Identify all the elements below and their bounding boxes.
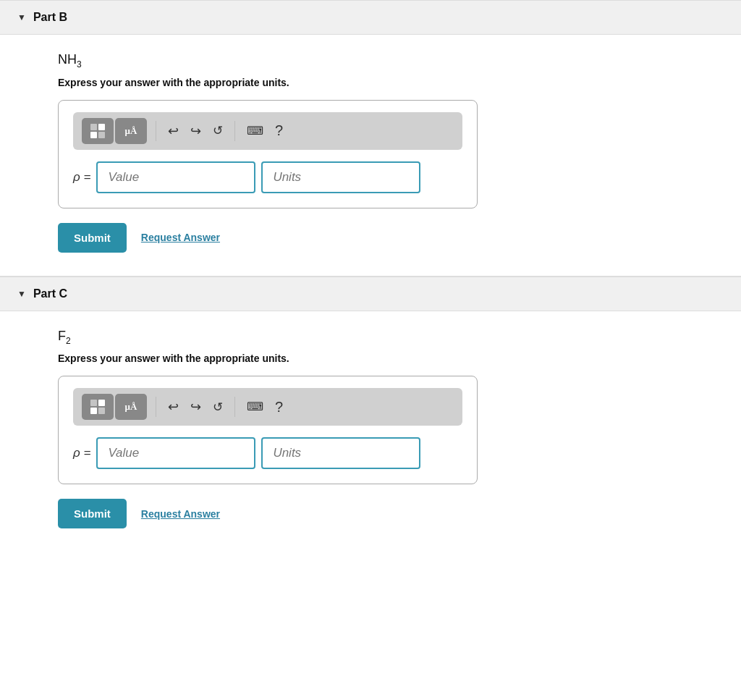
part-c-keyboard-button[interactable]: ⌨	[244, 400, 266, 414]
part-b-header: ▼ Part B	[0, 0, 741, 35]
part-b-reset-button[interactable]: ↺	[210, 123, 226, 138]
part-b-input-row: ρ =	[73, 161, 462, 193]
part-c-undo-button[interactable]: ↩	[165, 399, 182, 415]
part-b-content: NH3 Express your answer with the appropr…	[0, 35, 741, 276]
part-c-format-buttons: μÅ	[82, 394, 147, 420]
part-c-toolbar-sep2	[234, 397, 235, 417]
svg-rect-6	[90, 408, 97, 414]
part-b-toolbar-sep2	[234, 121, 235, 141]
part-c-section: ▼ Part C F2 Express your answer with the…	[0, 277, 741, 552]
part-b-answer-box: μÅ ↩ ↪ ↺ ⌨ ? ρ =	[58, 100, 478, 208]
part-c-label: Part C	[33, 287, 67, 300]
part-c-formula: F2	[58, 329, 683, 346]
part-c-instruction: Express your answer with the appropriate…	[58, 353, 683, 364]
svg-rect-0	[90, 124, 97, 130]
part-b-section: ▼ Part B NH3 Express your answer with th…	[0, 0, 741, 276]
part-c-header: ▼ Part C	[0, 277, 741, 311]
part-c-rho-label: ρ =	[73, 446, 90, 460]
part-b-label: Part B	[33, 11, 67, 24]
part-c-reset-button[interactable]: ↺	[210, 400, 226, 415]
part-c-value-input[interactable]	[96, 437, 255, 469]
part-c-redo-button[interactable]: ↪	[187, 399, 204, 415]
part-b-mu-button[interactable]: μÅ	[115, 118, 147, 144]
part-b-toolbar-sep1	[156, 121, 156, 141]
svg-rect-3	[98, 132, 105, 138]
part-b-redo-button[interactable]: ↪	[187, 123, 204, 139]
part-b-grid-button[interactable]	[82, 118, 114, 144]
part-c-input-row: ρ =	[73, 437, 462, 469]
part-c-toolbar: μÅ ↩ ↪ ↺ ⌨ ?	[73, 388, 462, 426]
svg-rect-5	[98, 400, 105, 406]
part-b-collapse-arrow[interactable]: ▼	[17, 12, 26, 22]
part-b-keyboard-button[interactable]: ⌨	[244, 124, 266, 138]
part-b-formula: NH3	[58, 52, 683, 69]
svg-rect-7	[98, 408, 105, 414]
part-b-undo-button[interactable]: ↩	[165, 123, 182, 139]
part-c-toolbar-sep1	[156, 397, 156, 417]
part-c-request-answer-button[interactable]: Request Answer	[141, 508, 220, 520]
part-c-collapse-arrow[interactable]: ▼	[17, 289, 26, 299]
part-c-content: F2 Express your answer with the appropri…	[0, 311, 741, 552]
part-b-actions: Submit Request Answer	[58, 223, 683, 253]
part-b-toolbar: μÅ ↩ ↪ ↺ ⌨ ?	[73, 112, 462, 150]
part-c-actions: Submit Request Answer	[58, 499, 683, 528]
part-c-answer-box: μÅ ↩ ↪ ↺ ⌨ ? ρ =	[58, 376, 478, 484]
part-c-mu-button[interactable]: μÅ	[115, 394, 147, 420]
part-b-value-input[interactable]	[96, 161, 255, 193]
part-b-request-answer-button[interactable]: Request Answer	[141, 232, 220, 243]
part-b-units-input[interactable]	[261, 161, 420, 193]
svg-rect-1	[98, 124, 105, 130]
part-b-submit-button[interactable]: Submit	[58, 223, 127, 253]
svg-rect-2	[90, 132, 97, 138]
part-c-units-input[interactable]	[261, 437, 420, 469]
part-c-grid-button[interactable]	[82, 394, 114, 420]
part-b-instruction: Express your answer with the appropriate…	[58, 77, 683, 88]
part-b-rho-label: ρ =	[73, 170, 90, 185]
svg-rect-4	[90, 400, 97, 406]
part-c-submit-button[interactable]: Submit	[58, 499, 127, 528]
part-b-help-button[interactable]: ?	[272, 122, 286, 139]
part-c-help-button[interactable]: ?	[272, 399, 286, 416]
part-b-format-buttons: μÅ	[82, 118, 147, 144]
